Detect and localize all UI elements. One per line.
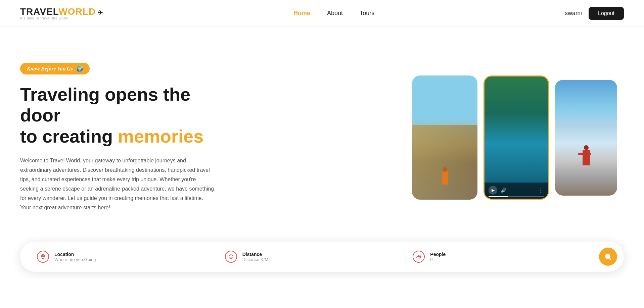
people-field: People 0 <box>406 251 594 263</box>
logout-button[interactable]: Logout <box>589 7 624 20</box>
logo: TRAVELWORLD ✈ it's time to travel the wo… <box>20 6 103 20</box>
people-icon <box>416 254 422 259</box>
svg-point-4 <box>606 254 610 259</box>
hero-headline: Traveling opens the door to creating mem… <box>20 84 222 146</box>
distance-field: Distance Distance K/M <box>218 251 406 263</box>
hero-images: ▶ 🔊 ⋮ <box>222 75 624 200</box>
people-icon-wrap <box>413 251 425 263</box>
hero-badge: Know Before You Go 🌍 <box>20 63 90 74</box>
nav-right: swami Logout <box>565 7 624 20</box>
logo-travel: TRAVEL <box>20 6 58 17</box>
badge-text: Know Before You Go <box>27 66 74 72</box>
video-progress-bar <box>489 196 544 197</box>
nav-tours[interactable]: Tours <box>360 10 374 17</box>
hero-content: Know Before You Go 🌍 Traveling opens the… <box>20 63 222 212</box>
globe-icon: 🌍 <box>76 65 83 72</box>
search-bar: Location Where are you Going Distance Di… <box>20 242 624 272</box>
mountain-person-figure <box>583 150 590 165</box>
search-submit-button[interactable] <box>599 248 617 266</box>
hero-section: Know Before You Go 🌍 Traveling opens the… <box>0 27 644 242</box>
headline-line2: to creating <box>20 126 118 146</box>
location-label: Location <box>54 252 96 257</box>
location-field: Location Where are you Going <box>30 251 218 263</box>
distance-input[interactable]: Distance K/M <box>242 257 268 262</box>
hero-description: Welcome to Travel World, your gateway to… <box>20 156 215 212</box>
headline-line1: Traveling opens the door <box>20 84 190 125</box>
svg-point-2 <box>417 255 419 257</box>
person-figure <box>442 171 448 185</box>
svg-point-0 <box>42 256 44 257</box>
more-options-icon[interactable]: ⋮ <box>538 187 544 194</box>
clock-icon <box>228 254 234 259</box>
video-progress-fill <box>489 196 508 197</box>
hero-image-mountain <box>555 80 617 196</box>
logo-tagline: it's time to travel the world <box>20 16 103 20</box>
hero-image-ship: ▶ 🔊 ⋮ <box>484 75 549 200</box>
svg-point-3 <box>419 255 421 257</box>
volume-icon[interactable]: 🔊 <box>501 188 506 193</box>
people-value[interactable]: 0 <box>430 257 446 262</box>
nav-about[interactable]: About <box>327 10 343 17</box>
location-icon-wrap <box>37 251 49 263</box>
username-label: swami <box>565 10 582 17</box>
distance-icon-wrap <box>225 251 237 263</box>
navbar: TRAVELWORLD ✈ it's time to travel the wo… <box>0 0 644 27</box>
hero-image-louvre <box>412 75 477 200</box>
logo-plane: ✈ <box>96 9 103 16</box>
svg-line-5 <box>609 258 611 260</box>
location-input[interactable]: Where are you Going <box>54 257 96 262</box>
location-pin-icon <box>40 254 46 259</box>
headline-highlight: memories <box>118 126 203 146</box>
distance-label: Distance <box>242 252 268 257</box>
nav-links: Home About Tours <box>293 10 374 17</box>
play-button[interactable]: ▶ <box>489 186 497 195</box>
logo-world: WORLD <box>58 6 96 17</box>
nav-home[interactable]: Home <box>293 10 310 17</box>
search-submit-icon <box>604 253 612 260</box>
people-label: People <box>430 252 446 257</box>
